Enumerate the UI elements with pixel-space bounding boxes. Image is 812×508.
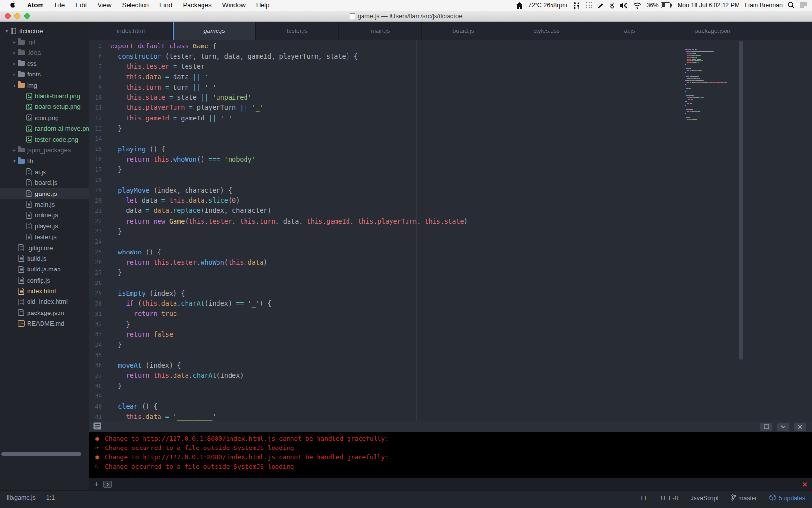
tree-item-icon-png[interactable]: icon.png [0, 112, 89, 123]
tree-item-readme-md[interactable]: README.md [0, 318, 89, 329]
menu-help[interactable]: Help [251, 0, 275, 11]
new-terminal-button[interactable]: + [94, 480, 99, 488]
close-terminal-panel-button[interactable]: × [802, 480, 807, 489]
wrench-icon[interactable] [598, 2, 605, 9]
status-lf[interactable]: LF [641, 495, 649, 502]
code-line-36[interactable]: 36 moveAt (index) { [89, 360, 812, 370]
chevron-right-icon[interactable]: ▸ [12, 148, 17, 153]
spotlight-search-icon[interactable] [788, 2, 795, 9]
code-line-21[interactable]: 21 data = data.replace(index, character) [89, 206, 812, 216]
tree-item-package-json[interactable]: package.json [0, 307, 89, 318]
code-line-28[interactable]: 28 [89, 278, 812, 288]
home-icon[interactable] [516, 2, 523, 9]
tree-item--git[interactable]: ▸.git [0, 36, 89, 47]
tab-styles-css[interactable]: styles.css [505, 22, 588, 40]
code-line-24[interactable]: 24 [89, 237, 812, 247]
tree-horizontal-scrollbar[interactable] [1, 452, 81, 456]
status-5-updates[interactable]: 5 updates [769, 494, 805, 502]
menu-selection[interactable]: Selection [117, 0, 155, 11]
chevron-down-icon[interactable]: ▾ [4, 29, 10, 34]
tab-main-js[interactable]: main.js [339, 22, 422, 40]
tab-index-html[interactable]: index.html [89, 22, 173, 40]
tree-item-game-js[interactable]: game.js [0, 188, 89, 199]
zoom-window-button[interactable] [24, 13, 30, 19]
chevron-right-icon[interactable]: ▸ [12, 72, 17, 77]
tree-item-player-js[interactable]: player.js [0, 221, 89, 231]
notification-center-icon[interactable] [800, 2, 807, 9]
tree-root-tictactoe[interactable]: ▾tictactoe [0, 26, 89, 36]
code-line-41[interactable]: 41 this.data = '_________' [89, 412, 812, 421]
chevron-down-icon[interactable]: ▾ [12, 83, 17, 88]
istat-temperature[interactable]: 72°C 2658rpm [528, 2, 567, 9]
chevron-right-icon[interactable]: ▸ [12, 39, 17, 45]
tree-item-build-js[interactable]: build.js [0, 253, 89, 264]
code-line-40[interactable]: 40 clear () { [89, 401, 812, 411]
code-line-33[interactable]: 33 return false [89, 329, 812, 339]
tree-item-img[interactable]: ▾img [0, 80, 89, 90]
editor-vertical-scrollbar[interactable] [740, 41, 743, 360]
chevron-right-icon[interactable]: ▸ [12, 50, 17, 55]
console-list-icon[interactable] [93, 422, 102, 432]
close-window-button[interactable] [5, 13, 11, 19]
terminal-tab-icon[interactable]: ❯ [103, 481, 112, 488]
chevron-right-icon[interactable]: ▸ [12, 61, 17, 66]
tree-item-board-js[interactable]: board.js [0, 177, 89, 188]
code-line-35[interactable]: 35 [89, 350, 812, 360]
code-line-38[interactable]: 38 } [89, 381, 812, 391]
code-line-23[interactable]: 23 } [89, 226, 812, 236]
menu-clock[interactable]: Mon 18 Jul 6:02:12 PM [678, 2, 740, 9]
tab-tester-js[interactable]: tester.js [256, 22, 339, 40]
code-line-31[interactable]: 31 return true [89, 309, 812, 319]
code-line-20[interactable]: 20 let data = this.data.slice(0) [89, 195, 812, 205]
apple-menu-icon[interactable] [9, 2, 16, 9]
code-line-13[interactable]: 13 } [89, 123, 812, 133]
cursor-position[interactable]: 1:1 [46, 494, 55, 501]
code-line-39[interactable]: 39 [89, 391, 812, 401]
panel-maximize-button[interactable] [760, 423, 772, 431]
code-line-25[interactable]: 25 whoWon () { [89, 247, 812, 257]
battery-indicator[interactable]: 36% [647, 2, 672, 9]
tab-ai-js[interactable]: ai.js [588, 22, 671, 40]
code-line-14[interactable]: 14 [89, 134, 812, 144]
code-line-16[interactable]: 16 return this.whoWon() === 'nobody' [89, 154, 812, 164]
code-line-19[interactable]: 19 playMove (index, character) { [89, 185, 812, 195]
code-line-37[interactable]: 37 return this.data.charAt(index) [89, 371, 812, 381]
minimap[interactable] [683, 41, 737, 120]
tree-item-fonts[interactable]: ▸fonts [0, 69, 89, 80]
menu-view[interactable]: View [92, 0, 117, 11]
bluetooth-icon[interactable] [610, 2, 614, 9]
tree-item-config-js[interactable]: config.js [0, 275, 89, 285]
chevron-down-icon[interactable]: ▾ [12, 158, 17, 164]
status-master[interactable]: master [731, 494, 757, 502]
tab-package-json[interactable]: package.json [671, 22, 754, 40]
code-line-32[interactable]: 32 } [89, 319, 812, 329]
tree-item-jspm-packages[interactable]: ▸jspm_packages [0, 145, 89, 155]
menu-atom[interactable]: Atom [22, 0, 49, 11]
wifi-icon[interactable] [633, 2, 641, 9]
code-line-26[interactable]: 26 return this.tester.whoWon(this.data) [89, 257, 812, 267]
tree-item-blank-board-png[interactable]: blank-board.png [0, 90, 89, 101]
minimize-window-button[interactable] [14, 13, 20, 19]
code-line-30[interactable]: 30 if (this.data.charAt(index) == '_') { [89, 298, 812, 308]
code-line-27[interactable]: 27 } [89, 268, 812, 278]
panel-close-button[interactable] [794, 423, 806, 431]
tree-item-online-js[interactable]: online.js [0, 210, 89, 221]
menu-edit[interactable]: Edit [70, 0, 92, 11]
code-line-15[interactable]: 15 playing () { [89, 144, 812, 154]
tree-item-build-js-map[interactable]: build.js.map [0, 264, 89, 275]
tree-item-css[interactable]: ▸css [0, 58, 89, 69]
menu-window[interactable]: Window [217, 0, 251, 11]
status-javascript[interactable]: JavaScript [691, 495, 719, 502]
menu-file[interactable]: File [49, 0, 71, 11]
dotted-grid-icon[interactable] [586, 2, 593, 9]
volume-icon[interactable] [620, 2, 628, 9]
tree-item-old-index-html[interactable]: old_index.html [0, 297, 89, 307]
menu-packages[interactable]: Packages [177, 0, 217, 11]
code-line-29[interactable]: 29 isEmpty (index) { [89, 288, 812, 298]
tree-item-main-js[interactable]: main.js [0, 199, 89, 209]
tree-item--idea[interactable]: ▸.idea [0, 47, 89, 58]
tree-item-tester-code-png[interactable]: tester-code.png [0, 134, 89, 145]
code-line-18[interactable]: 18 [89, 175, 812, 185]
menu-user[interactable]: Liam Brennan [745, 2, 783, 9]
panel-collapse-button[interactable] [777, 423, 789, 431]
